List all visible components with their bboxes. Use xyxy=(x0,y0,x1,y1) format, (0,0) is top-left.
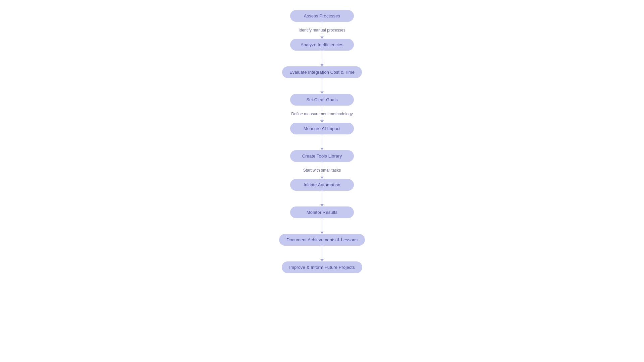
node-label: Create Tools Library xyxy=(302,154,342,159)
connector-arrow xyxy=(320,64,324,66)
node-monitor-results: Monitor Results xyxy=(290,206,354,218)
connector-5 xyxy=(320,134,324,150)
node-label: Document Achievements & Lessons xyxy=(286,237,358,242)
node-label: Assess Processes xyxy=(304,13,340,18)
connector-label: Identify manual processes xyxy=(299,28,345,33)
connector-7 xyxy=(320,191,324,206)
node-set-clear-goals: Set Clear Goals xyxy=(290,94,354,106)
node-label: Set Clear Goals xyxy=(306,97,338,102)
connector-line xyxy=(322,117,322,120)
connector-line xyxy=(322,106,322,111)
node-label: Measure AI Impact xyxy=(304,126,341,131)
connector-line xyxy=(322,173,322,177)
flowchart: Assess Processes Identify manual process… xyxy=(255,7,389,273)
node-improve-inform: Improve & Inform Future Projects xyxy=(282,261,362,273)
node-label: Monitor Results xyxy=(307,210,337,215)
connector-arrow xyxy=(320,259,324,261)
node-label: Improve & Inform Future Projects xyxy=(289,265,355,270)
connector-line xyxy=(322,51,322,64)
node-create-tools-library: Create Tools Library xyxy=(290,150,354,162)
connector-arrow xyxy=(320,148,324,150)
connector-arrow xyxy=(320,232,324,234)
connector-line xyxy=(322,33,322,37)
connector-arrow xyxy=(320,120,324,123)
connector-arrow xyxy=(320,204,324,206)
node-analyze-inefficiencies: Analyze Inefficiencies xyxy=(290,39,354,51)
connector-label: Define measurement methodology xyxy=(291,112,353,116)
connector-line xyxy=(322,246,322,259)
connector-9 xyxy=(320,246,324,261)
node-assess-processes: Assess Processes xyxy=(290,10,354,22)
connector-2 xyxy=(320,51,324,66)
node-label: Analyze Inefficiencies xyxy=(301,42,343,47)
connector-1: Identify manual processes xyxy=(299,22,345,39)
node-label: Evaluate Integration Cost & Time xyxy=(289,70,355,75)
connector-8 xyxy=(320,218,324,234)
connector-line xyxy=(322,218,322,232)
connector-4: Define measurement methodology xyxy=(291,106,353,123)
node-label: Initiate Automation xyxy=(304,182,340,187)
connector-arrow xyxy=(320,37,324,39)
connector-line xyxy=(322,78,322,92)
node-initiate-automation: Initiate Automation xyxy=(290,179,354,191)
node-evaluate-integration: Evaluate Integration Cost & Time xyxy=(282,66,362,78)
node-measure-ai-impact: Measure AI Impact xyxy=(290,123,354,134)
connector-line xyxy=(322,191,322,204)
connector-6: Start with small tasks xyxy=(303,162,341,179)
connector-arrow xyxy=(320,177,324,179)
connector-label: Start with small tasks xyxy=(303,168,341,173)
connector-arrow xyxy=(320,92,324,94)
connector-line xyxy=(322,22,322,27)
node-document-achievements: Document Achievements & Lessons xyxy=(279,234,365,246)
connector-line xyxy=(322,134,322,148)
connector-line xyxy=(322,162,322,167)
connector-3 xyxy=(320,78,324,94)
